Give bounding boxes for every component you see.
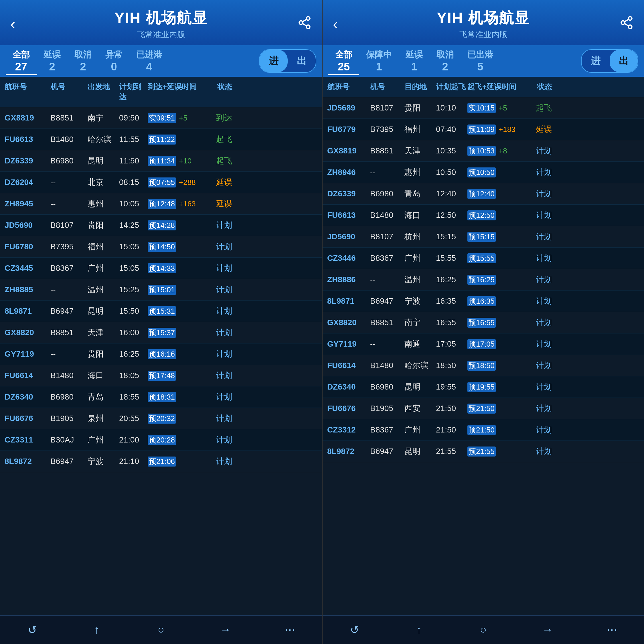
table-row[interactable]: FU6676 B1905 西安 21:50 预21:50 计划 (323, 398, 644, 419)
table-row[interactable]: FU6614 B1480 哈尔滨 18:50 预18:50 计划 (323, 355, 644, 376)
table-row[interactable]: DZ6339 B6980 青岛 12:40 预12:40 计划 (323, 183, 644, 205)
table-row[interactable]: JD5690 B8107 贵阳 14:25 预14:28 计划 (0, 215, 322, 236)
svg-point-5 (628, 17, 632, 20)
table-header: 航班号 机号 目的地 计划起飞 起飞+延误时间 状态 (323, 77, 644, 97)
table-row[interactable]: GX8819 B8851 南宁 09:50 实09:51 +5 到达 (0, 107, 322, 129)
table-row[interactable]: 8L9871 B6947 宁波 16:35 预16:35 计划 (323, 291, 644, 312)
refresh-icon[interactable]: ↺ (343, 619, 366, 641)
table-row[interactable]: CZ3311 B30AJ 广州 21:00 预20:28 计划 (0, 429, 322, 451)
more-icon[interactable]: ⋯ (600, 619, 623, 641)
table-row[interactable]: GX8820 B8851 天津 16:00 预15:37 计划 (0, 322, 322, 343)
table-row[interactable]: ZH8946 -- 惠州 10:50 预10:50 计划 (323, 162, 644, 183)
table-row[interactable]: GX8820 B8851 南宁 16:55 预16:55 计划 (323, 312, 644, 333)
refresh-icon[interactable]: ↺ (21, 619, 44, 641)
tab-0[interactable]: 全部 27 (6, 49, 37, 73)
toggle-出[interactable]: 出 (610, 50, 638, 72)
more-icon[interactable]: ⋯ (278, 619, 301, 641)
toggle-出[interactable]: 出 (288, 50, 316, 72)
back-button[interactable]: ‹ (10, 15, 27, 33)
table-row[interactable]: FU6614 B1480 海口 18:05 预17:48 计划 (0, 365, 322, 386)
upload-icon[interactable]: ↑ (408, 619, 430, 641)
svg-line-4 (303, 19, 307, 22)
tab-1[interactable]: 保障中 1 (359, 49, 399, 73)
tab-4[interactable]: 已出港 5 (461, 49, 500, 73)
table-row[interactable]: DZ6339 B6980 昆明 11:50 预11:34 +10 起飞 (0, 150, 322, 172)
svg-point-0 (306, 17, 310, 20)
arrival-panel: ‹ YIH 机场航显 飞常准业内版 全部 27 延误 2 (0, 0, 322, 644)
back-button[interactable]: ‹ (333, 15, 350, 33)
toggle-进[interactable]: 进 (582, 50, 610, 72)
toggle-进[interactable]: 进 (260, 50, 288, 72)
forward-icon[interactable]: → (536, 619, 559, 641)
table-row[interactable]: ZH8885 -- 温州 15:25 预15:01 计划 (0, 279, 322, 301)
tab-2[interactable]: 延误 1 (399, 49, 430, 73)
table-row[interactable]: FU6613 B1480 哈尔滨 11:55 预11:22 起飞 (0, 129, 322, 150)
table-row[interactable]: DZ6204 -- 北京 08:15 预07:55 +288 延误 (0, 172, 322, 193)
table-row[interactable]: FU6779 B7395 福州 07:40 预11:09 +183 延误 (323, 119, 644, 140)
toggle-group: 进出 (259, 49, 316, 73)
svg-point-1 (299, 21, 303, 25)
tab-1[interactable]: 延误 2 (37, 49, 68, 73)
table-row[interactable]: 8L9871 B6947 昆明 15:50 预15:31 计划 (0, 301, 322, 322)
header: ‹ YIH 机场航显 飞常准业内版 (0, 0, 322, 45)
bottom-bar: ↺↑○→⋯ (0, 615, 322, 644)
header-subtitle: 飞常准业内版 (350, 29, 617, 40)
departure-panel: ‹ YIH 机场航显 飞常准业内版 全部 25 保障中 1 (322, 0, 644, 644)
table-row[interactable]: JD5690 B8107 杭州 15:15 预15:15 计划 (323, 226, 644, 248)
tab-0[interactable]: 全部 25 (328, 49, 359, 73)
table-row[interactable]: CZ3445 B8367 广州 15:05 预14:33 计划 (0, 258, 322, 279)
table-body: GX8819 B8851 南宁 09:50 实09:51 +5 到达 FU661… (0, 107, 322, 615)
header-subtitle: 飞常准业内版 (27, 29, 295, 40)
header: ‹ YIH 机场航显 飞常准业内版 (323, 0, 644, 45)
table-row[interactable]: DZ6340 B6980 青岛 18:55 预18:31 计划 (0, 386, 322, 408)
tabs-row: 全部 27 延误 2 取消 2 异常 0 已进港 4 进出 (0, 45, 322, 77)
table-row[interactable]: CZ3446 B8367 广州 15:55 预15:55 计划 (323, 248, 644, 269)
share-button[interactable] (295, 15, 312, 33)
tab-4[interactable]: 已进港 4 (129, 49, 169, 73)
table-row[interactable]: GY7119 -- 贵阳 16:25 预16:16 计划 (0, 343, 322, 365)
tab-3[interactable]: 异常 0 (98, 49, 129, 73)
table-row[interactable]: CZ3312 B8367 广州 21:50 预21:50 计划 (323, 419, 644, 441)
home-icon[interactable]: ○ (472, 619, 495, 641)
upload-icon[interactable]: ↑ (85, 619, 108, 641)
bottom-bar: ↺↑○→⋯ (323, 615, 644, 644)
table-row[interactable]: JD5689 B8107 贵阳 10:10 实10:15 +5 起飞 (323, 97, 644, 119)
tab-2[interactable]: 取消 2 (68, 49, 98, 73)
table-row[interactable]: 8L9872 B6947 昆明 21:55 预21:55 计划 (323, 441, 644, 462)
home-icon[interactable]: ○ (150, 619, 173, 641)
svg-point-7 (628, 25, 632, 29)
svg-point-2 (306, 25, 310, 29)
header-title: YIH 机场航显 (350, 8, 617, 28)
svg-line-8 (625, 23, 629, 26)
table-row[interactable]: ZH8945 -- 惠州 10:05 预12:48 +163 延误 (0, 193, 322, 215)
table-row[interactable]: DZ6340 B6980 昆明 19:55 预19:55 计划 (323, 376, 644, 398)
table-row[interactable]: 8L9872 B6947 宁波 21:10 预21:06 计划 (0, 451, 322, 472)
table-row[interactable]: GX8819 B8851 天津 10:35 预10:53 +8 计划 (323, 140, 644, 162)
table-header: 航班号 机号 出发地 计划到达 到达+延误时间 状态 (0, 77, 322, 107)
svg-point-6 (621, 21, 625, 25)
table-row[interactable]: FU6613 B1480 海口 12:50 预12:50 计划 (323, 205, 644, 226)
svg-line-9 (625, 19, 629, 22)
header-title: YIH 机场航显 (27, 8, 295, 28)
table-row[interactable]: FU6676 B1905 泉州 20:55 预20:32 计划 (0, 408, 322, 429)
table-row[interactable]: ZH8886 -- 温州 16:25 预16:25 计划 (323, 269, 644, 291)
tab-3[interactable]: 取消 2 (430, 49, 461, 73)
table-row[interactable]: FU6780 B7395 福州 15:05 预14:50 计划 (0, 236, 322, 258)
toggle-group: 进出 (581, 49, 638, 73)
forward-icon[interactable]: → (214, 619, 237, 641)
share-button[interactable] (617, 15, 634, 33)
svg-line-3 (303, 23, 307, 26)
table-body: JD5689 B8107 贵阳 10:10 实10:15 +5 起飞 FU677… (323, 97, 644, 615)
tabs-row: 全部 25 保障中 1 延误 1 取消 2 已出港 5 进出 (323, 45, 644, 77)
table-row[interactable]: GY7119 -- 南通 17:05 预17:05 计划 (323, 333, 644, 355)
